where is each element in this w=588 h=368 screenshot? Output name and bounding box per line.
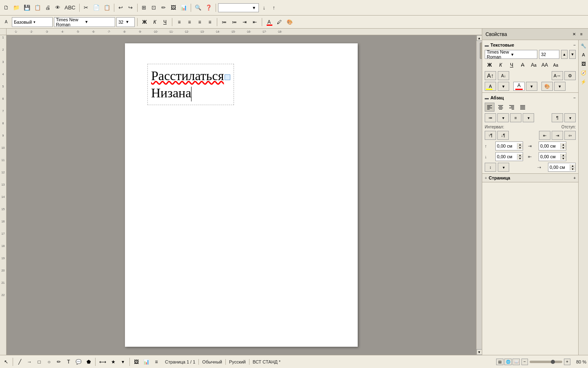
align-justify-button[interactable]: ≡	[205, 18, 214, 27]
ellipse-tool-btn[interactable]: ○	[45, 357, 53, 366]
style-select[interactable]: Базовый ▾	[12, 17, 53, 27]
para-style-btn[interactable]: ¶	[552, 113, 563, 122]
indent-first-up[interactable]: ▲	[570, 164, 575, 168]
preview-btn[interactable]: 👁	[53, 3, 62, 12]
help-btn[interactable]: ❓	[204, 3, 214, 12]
redo-btn[interactable]: ↪	[126, 3, 135, 12]
list-ordered-button[interactable]: ≔	[220, 18, 229, 27]
panel-icon-gallery[interactable]: 🖼	[579, 60, 588, 68]
panel-size-down[interactable]: ▼	[569, 50, 576, 59]
freeform-tool-btn[interactable]: ✏	[54, 357, 63, 366]
find-btn[interactable]: 🔍	[193, 3, 203, 12]
para-section-toggle[interactable]: −	[573, 96, 576, 100]
panel-underline-btn[interactable]: Ч	[507, 61, 517, 70]
panel-size-select[interactable]: 32	[539, 50, 559, 59]
indent-left-input[interactable]: 0,00 см ▲ ▼	[539, 152, 566, 161]
panel-icon-function[interactable]: ⚡	[579, 78, 588, 86]
align-left-panel-btn[interactable]	[485, 103, 494, 112]
unordered-list-btn[interactable]: ≡	[510, 113, 521, 122]
line-spacing-dropdown-btn[interactable]: ▾	[498, 163, 509, 172]
insert-chart-btn[interactable]: 📊	[142, 357, 151, 366]
view-web-btn[interactable]: 🌐	[504, 359, 512, 365]
bold-button[interactable]: Ж	[140, 18, 149, 27]
view-book-btn[interactable]: 📖	[512, 359, 520, 365]
page-content[interactable]: Расстилаться Низана	[125, 43, 358, 289]
para-section-header[interactable]: ▬ Абзац −	[485, 94, 576, 101]
panel-highlight-color-btn[interactable]: A	[485, 82, 496, 91]
line-tool-btn[interactable]: ╱	[15, 357, 24, 366]
spacing-below-up[interactable]: ▲	[517, 154, 523, 157]
document-scroll[interactable]: Расстилаться Низана	[7, 35, 476, 355]
search-box[interactable]: Найти ▾	[218, 3, 259, 12]
zoom-slider[interactable]	[530, 361, 562, 363]
background-color-button[interactable]: 🎨	[285, 18, 294, 27]
connector-tool-btn[interactable]: ⟷	[98, 357, 108, 366]
indent-more-button[interactable]: ⇥	[240, 18, 249, 27]
align-center-panel-btn[interactable]	[496, 103, 506, 112]
panel-grow-font-btn[interactable]: A↑	[485, 71, 496, 80]
shapes-tool-btn[interactable]: ⬟	[84, 357, 93, 366]
ordered-list-dropdown-btn[interactable]: ▾	[497, 113, 509, 122]
spacing-above-up[interactable]: ▲	[517, 143, 523, 146]
para-below-btn[interactable]: ↓¶	[497, 131, 509, 140]
font-select[interactable]: Times New Roman ▾	[54, 17, 115, 27]
insert-image-btn[interactable]: 🖼	[132, 357, 141, 366]
scroll-down-btn[interactable]: ▼	[477, 349, 482, 355]
panel-italic-btn[interactable]: К	[496, 61, 506, 70]
indent-less-button[interactable]: ⇤	[250, 18, 259, 27]
arrow-tool-btn[interactable]: →	[25, 357, 34, 366]
panel-font-color-btn[interactable]: A	[513, 82, 525, 91]
scroll-up-btn[interactable]: ▲	[477, 35, 482, 41]
align-center-button[interactable]: ≡	[185, 18, 194, 27]
spacing-below-dn[interactable]: ▼	[517, 157, 523, 160]
indent-right-input[interactable]: 0,00 см ▲ ▼	[539, 141, 566, 150]
more-shapes-btn[interactable]: ▾	[118, 357, 127, 366]
search-input[interactable]: Найти	[220, 5, 253, 10]
highlight-button[interactable]: 🖊	[275, 18, 284, 27]
panel-icon-styles[interactable]: A	[579, 51, 588, 59]
panel-caps-btn[interactable]: АА	[540, 61, 550, 70]
panel-highlight-dropdown-btn[interactable]: ▾	[498, 82, 509, 91]
spacing-below-input[interactable]: 0,00 см ▲ ▼	[495, 152, 523, 161]
autocomplete-suggestion[interactable]	[225, 74, 230, 80]
zoom-thumb[interactable]	[551, 360, 555, 364]
ordered-list-btn[interactable]: ≔	[485, 113, 496, 122]
line-spacing-btn[interactable]: ↕	[485, 163, 496, 172]
panel-icon-navigator[interactable]: 🧭	[579, 69, 588, 77]
unordered-list-dropdown-btn[interactable]: ▾	[523, 113, 534, 122]
panel-close-btn[interactable]: ✕	[571, 31, 577, 38]
panel-font-select[interactable]: Times New Roman ▾	[485, 50, 537, 59]
cut-btn[interactable]: ✂	[82, 3, 91, 12]
panel-bg-color-btn[interactable]: 🎨	[541, 82, 553, 91]
zoom-in-btn[interactable]: +	[564, 359, 570, 365]
open-btn[interactable]: 📁	[11, 3, 21, 12]
draw-btn[interactable]: ✏	[159, 3, 168, 12]
save-btn[interactable]: 💾	[22, 3, 32, 12]
list-unordered-button[interactable]: ≔	[230, 18, 239, 27]
view-normal-btn[interactable]: ▤	[496, 359, 503, 365]
search-prev-btn[interactable]: ↑	[270, 3, 278, 12]
text-section-toggle[interactable]: −	[573, 43, 576, 47]
underline-button[interactable]: Ч	[160, 18, 169, 27]
print-btn[interactable]: 🖨	[43, 3, 52, 12]
spellcheck-btn[interactable]: ABC	[63, 3, 77, 12]
panel-font-color-dropdown-btn[interactable]: ▾	[526, 82, 537, 91]
para-style-dropdown-btn[interactable]: ▾	[564, 113, 576, 122]
italic-button[interactable]: К	[150, 18, 159, 27]
scroll-thumb[interactable]	[480, 43, 482, 59]
save2-btn[interactable]: 📋	[33, 3, 42, 12]
text-section-header[interactable]: ▬ Текстовые −	[485, 42, 576, 48]
indent-right-field[interactable]: 0,00 см	[539, 142, 560, 150]
spacing-above-dn[interactable]: ▼	[517, 146, 523, 149]
select-tool-btn[interactable]: ↖	[2, 357, 11, 366]
panel-icon-properties[interactable]: 🔧	[579, 42, 588, 50]
indent-right-btn[interactable]: ⇥	[552, 131, 563, 140]
indent-left-up[interactable]: ▲	[561, 154, 566, 157]
spacing-above-input[interactable]: 0,00 см ▲ ▼	[495, 141, 523, 150]
indent-first-field[interactable]: 0,00 см	[548, 163, 570, 171]
font-color-button[interactable]: A	[265, 18, 274, 27]
panel-size-up[interactable]: ▲	[561, 50, 568, 59]
spacing-below-field[interactable]: 0,00 см	[496, 153, 517, 161]
indent-first-dn[interactable]: ▼	[570, 168, 575, 171]
align-right-panel-btn[interactable]	[507, 103, 517, 112]
